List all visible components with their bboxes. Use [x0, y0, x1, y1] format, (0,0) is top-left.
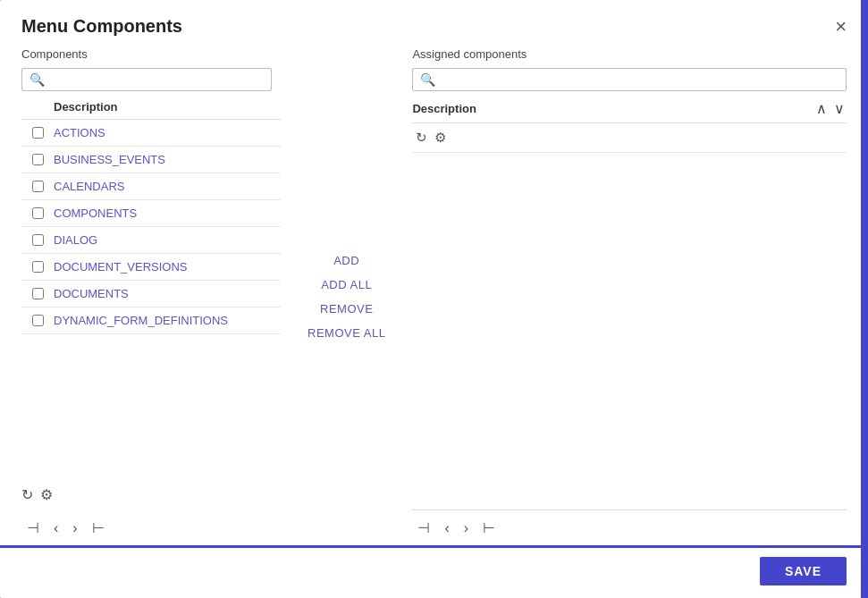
row-checkbox[interactable]: [32, 181, 44, 192]
list-item[interactable]: DOCUMENT_VERSIONS: [21, 254, 281, 281]
assigned-last-page-button[interactable]: ⊢: [477, 518, 501, 538]
sort-desc-button[interactable]: ∨: [832, 100, 847, 117]
right-panel: Assigned components 🔍 Description ∧ ∨ ↻: [412, 47, 847, 545]
row-checkbox[interactable]: [32, 127, 44, 139]
row-checkbox[interactable]: [32, 261, 44, 273]
modal-footer: SAVE: [0, 545, 868, 598]
components-search-box: 🔍: [21, 68, 272, 91]
row-checkbox-col: [21, 207, 54, 219]
close-button[interactable]: ×: [835, 17, 847, 37]
components-footer: ↻ ⚙: [21, 479, 281, 510]
settings-button[interactable]: ⚙: [40, 486, 53, 503]
list-item[interactable]: BUSINESS_EVENTS: [21, 147, 281, 173]
remove-button[interactable]: REMOVE: [320, 302, 373, 316]
row-checkbox[interactable]: [32, 207, 44, 219]
assigned-row-icons: ↻ ⚙: [412, 123, 847, 153]
left-panel: Components 🔍 Description ACTIONS: [21, 47, 281, 545]
middle-actions-panel: ADD ADD ALL REMOVE REMOVE ALL: [281, 47, 412, 545]
scrollbar-accent: [861, 0, 868, 598]
row-checkbox-col: [21, 288, 54, 299]
component-name: ACTIONS: [54, 126, 105, 139]
refresh-button[interactable]: ↻: [21, 486, 33, 503]
sort-icons: ∧ ∨: [814, 100, 847, 117]
list-item[interactable]: CALENDARS: [21, 173, 281, 200]
list-item[interactable]: COMPONENTS: [21, 200, 281, 227]
component-name: DYNAMIC_FORM_DEFINITIONS: [54, 314, 228, 327]
row-checkbox-col: [21, 315, 54, 326]
components-list: ACTIONS BUSINESS_EVENTS CALENDARS COMPON…: [21, 120, 281, 479]
menu-components-modal: Menu Components × Components 🔍 Descripti…: [0, 0, 868, 598]
row-checkbox[interactable]: [32, 234, 44, 246]
save-button[interactable]: SAVE: [760, 557, 847, 585]
assigned-next-page-button[interactable]: ›: [459, 518, 474, 538]
add-all-button[interactable]: ADD ALL: [321, 278, 372, 291]
row-checkbox-col: [21, 261, 54, 273]
row-checkbox[interactable]: [32, 315, 44, 326]
assigned-label: Assigned components: [412, 47, 847, 61]
remove-all-button[interactable]: REMOVE ALL: [308, 326, 385, 340]
last-page-button[interactable]: ⊢: [87, 518, 110, 538]
component-name: COMPONENTS: [54, 206, 137, 220]
list-item[interactable]: DOCUMENTS: [21, 281, 281, 307]
row-checkbox-col: [21, 127, 54, 139]
row-settings-button[interactable]: ⚙: [434, 130, 446, 146]
list-item[interactable]: DIALOG: [21, 227, 281, 254]
assigned-pagination: ⊣ ‹ › ⊢: [412, 510, 847, 545]
first-page-button[interactable]: ⊣: [21, 518, 45, 538]
row-checkbox-col: [21, 154, 54, 165]
assigned-list: ↻ ⚙: [412, 123, 847, 510]
components-pagination: ⊣ ‹ › ⊢: [21, 510, 281, 545]
next-page-button[interactable]: ›: [67, 518, 82, 538]
row-checkbox-col: [21, 181, 54, 192]
component-name: BUSINESS_EVENTS: [54, 153, 165, 166]
modal-title: Menu Components: [21, 16, 182, 37]
modal-header: Menu Components ×: [0, 0, 868, 47]
component-name: DOCUMENTS: [54, 287, 129, 300]
sort-asc-button[interactable]: ∧: [814, 100, 829, 117]
add-button[interactable]: ADD: [333, 254, 359, 267]
component-name: DIALOG: [54, 233, 97, 247]
list-item[interactable]: ACTIONS: [21, 120, 281, 147]
search-icon: 🔍: [29, 72, 45, 87]
assigned-prev-page-button[interactable]: ‹: [439, 518, 454, 538]
assigned-search-input[interactable]: [441, 73, 839, 87]
component-name: DOCUMENT_VERSIONS: [54, 260, 188, 274]
prev-page-button[interactable]: ‹: [48, 518, 63, 538]
components-label: Components: [21, 47, 281, 61]
modal-body: Components 🔍 Description ACTIONS: [0, 47, 868, 545]
components-table-header: Description: [21, 100, 281, 120]
row-checkbox-col: [21, 234, 54, 246]
assigned-first-page-button[interactable]: ⊣: [412, 518, 435, 538]
components-search-input[interactable]: [50, 73, 264, 87]
list-item[interactable]: DYNAMIC_FORM_DEFINITIONS: [21, 307, 281, 334]
assigned-desc-header: Description: [412, 102, 814, 115]
assigned-search-box: 🔍: [412, 68, 847, 91]
component-name: CALENDARS: [54, 180, 124, 193]
components-desc-header: Description: [54, 100, 118, 114]
row-checkbox[interactable]: [32, 154, 44, 165]
row-checkbox[interactable]: [32, 288, 44, 299]
row-action-icons: ↻ ⚙: [416, 130, 446, 146]
assigned-search-icon: 🔍: [420, 72, 435, 87]
assigned-table-header: Description ∧ ∨: [412, 100, 847, 123]
row-refresh-button[interactable]: ↻: [416, 130, 427, 146]
